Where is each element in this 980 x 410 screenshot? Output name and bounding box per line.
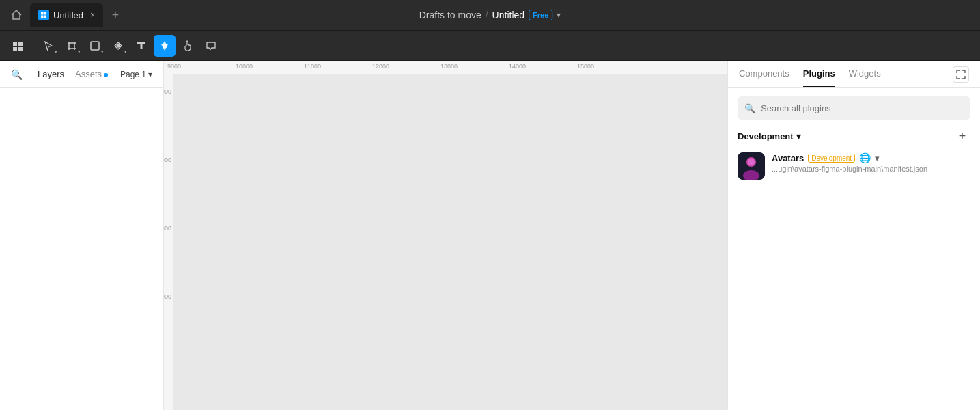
tab-area: Untitled × + [30, 3, 125, 27]
main-layout: 🔍 Layers Assets Page 1 ▾ 9000 10000 1100… [0, 61, 980, 410]
plugin-avatar [738, 152, 765, 180]
plugin-item-avatars: Avatars Development 🌐 ▾ ...ugin\avatars-… [738, 152, 970, 180]
layers-search-icon[interactable]: 🔍 [11, 69, 23, 80]
home-button[interactable] [5, 4, 27, 26]
development-section: Development ▾ + [728, 128, 980, 185]
svg-rect-4 [13, 42, 17, 46]
ruler-label-12000: 12000 [372, 63, 389, 70]
ruler-top: 9000 10000 11000 12000 13000 14000 15000 [164, 61, 727, 74]
ruler-label-14000: 14000 [509, 63, 526, 70]
assets-notification-dot [104, 73, 108, 77]
ruler-label-neg2000: -2000 [164, 225, 171, 232]
svg-point-13 [117, 44, 120, 47]
ruler-label-neg3000: -3000 [164, 156, 171, 163]
development-add-button[interactable]: + [954, 128, 970, 144]
svg-rect-6 [13, 47, 17, 51]
plugin-dev-badge: Development [808, 154, 855, 163]
tab-components[interactable]: Components [739, 61, 789, 87]
ruler-label-15000: 15000 [577, 63, 594, 70]
main-menu-button[interactable] [7, 35, 29, 57]
ruler-label-11000: 11000 [304, 63, 321, 70]
plugin-expand-button[interactable] [953, 66, 969, 83]
svg-rect-0 [41, 12, 44, 15]
pen-tool-button[interactable]: ▾ [107, 35, 129, 57]
tab-close-button[interactable]: × [90, 10, 95, 20]
free-badge: Free [529, 10, 552, 20]
search-icon: 🔍 [744, 103, 755, 113]
tab-title: Untitled [53, 10, 83, 20]
globe-icon[interactable]: 🌐 [859, 152, 871, 163]
left-panel: 🔍 Layers Assets Page 1 ▾ [0, 61, 164, 410]
svg-rect-14 [163, 44, 167, 48]
file-name: Untitled [492, 10, 524, 20]
canvas-area: 9000 10000 11000 12000 13000 14000 15000… [164, 61, 727, 410]
move-tool-arrow: ▾ [55, 49, 57, 55]
left-panel-header: 🔍 Layers Assets Page 1 ▾ [0, 61, 163, 88]
layers-tab[interactable]: Layers [38, 69, 64, 79]
breadcrumb-folder: Drafts to move [419, 10, 481, 20]
hand-tool-button[interactable] [177, 35, 199, 57]
plugin-chevron[interactable]: ▾ [875, 153, 880, 163]
development-title[interactable]: Development ▾ [738, 131, 801, 141]
plugin-panel: Components Plugins Widgets 🔍 Devel [727, 61, 980, 410]
move-tool-button[interactable]: ▾ [38, 35, 59, 57]
svg-rect-5 [18, 42, 23, 46]
ruler-label-13000: 13000 [440, 63, 458, 70]
plugin-search: 🔍 [738, 96, 970, 120]
tab-icon [38, 10, 49, 20]
new-tab-button[interactable]: + [106, 5, 125, 25]
comment-tool-button[interactable] [200, 35, 222, 57]
file-menu-chevron[interactable]: ▾ [557, 10, 561, 20]
top-bar: Untitled × + Drafts to move / Untitled F… [0, 0, 980, 31]
development-section-header: Development ▾ + [738, 128, 970, 144]
text-tool-button[interactable] [130, 35, 152, 57]
svg-rect-2 [41, 16, 44, 18]
svg-rect-3 [44, 16, 47, 18]
breadcrumb-separator: / [486, 10, 488, 20]
tab-plugins[interactable]: Plugins [803, 61, 835, 87]
active-tab[interactable]: Untitled × [30, 3, 103, 27]
pen-tool-arrow: ▾ [124, 49, 127, 55]
plugin-tabs: Components Plugins Widgets [728, 61, 980, 88]
canvas-with-ruler: -4000 -3000 -2000 -1000 [164, 74, 727, 410]
plugin-name: Avatars [772, 153, 804, 163]
shape-tool-button[interactable]: ▾ [84, 35, 106, 57]
ruler-left: -4000 -3000 -2000 -1000 [164, 74, 173, 410]
toolbar-separator-1 [33, 38, 33, 54]
svg-point-18 [748, 159, 755, 165]
ruler-label-neg1000: -1000 [164, 293, 171, 300]
svg-rect-1 [44, 12, 47, 15]
plugin-name-row: Avatars Development 🌐 ▾ [772, 152, 970, 163]
frame-tool-arrow: ▾ [78, 49, 81, 55]
ruler-label-9000: 9000 [167, 63, 181, 70]
svg-rect-12 [91, 42, 99, 50]
canvas-content[interactable] [173, 74, 727, 410]
assets-tab[interactable]: Assets [75, 69, 108, 79]
frame-tool-button[interactable]: ▾ [61, 35, 83, 57]
tab-widgets[interactable]: Widgets [849, 61, 881, 87]
page-selector[interactable]: Page 1 ▾ [120, 70, 152, 79]
toolbar: ▾ ▾ ▾ ▾ [0, 31, 980, 61]
svg-rect-7 [18, 47, 23, 51]
search-input[interactable] [738, 96, 970, 120]
ruler-label-neg4000: -4000 [164, 88, 171, 95]
ruler-label-10000: 10000 [236, 63, 253, 70]
plugin-path: ...ugin\avatars-figma-plugin-main\manife… [772, 165, 970, 173]
shape-tool-arrow: ▾ [101, 49, 104, 55]
components-tool-button[interactable] [154, 35, 176, 57]
breadcrumb: Drafts to move / Untitled Free ▾ [419, 10, 561, 20]
plugin-info: Avatars Development 🌐 ▾ ...ugin\avatars-… [772, 152, 970, 173]
